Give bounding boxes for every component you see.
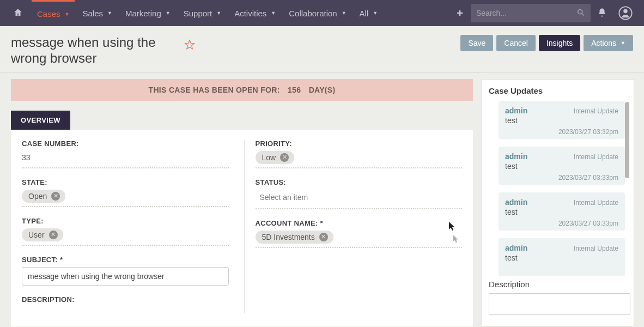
clear-icon[interactable]: ✕ (51, 192, 60, 201)
clear-icon[interactable]: ✕ (280, 153, 289, 162)
chevron-down-icon: ▼ (373, 10, 378, 16)
subject-label: SUBJECT: * (22, 256, 229, 264)
page-title: message when using the wrong browser (11, 35, 174, 66)
scrollbar-thumb[interactable] (625, 102, 629, 178)
favorite-star-icon[interactable] (184, 39, 195, 52)
svg-point-3 (623, 9, 627, 13)
nav-cases[interactable]: Cases▼ (32, 0, 75, 26)
description-label: DESCRIPTION: (22, 295, 229, 304)
svg-line-1 (582, 14, 584, 15)
chevron-down-icon: ▼ (342, 10, 347, 16)
overview-panel: CASE NUMBER: 33 STATE: Open✕ TYPE: User✕ (11, 130, 473, 326)
account-label: ACCOUNT NAME: * (256, 219, 463, 227)
open-duration-banner: THIS CASE HAS BEEN OPEN FOR: 156 DAY(S) (11, 79, 473, 101)
cursor-icon (452, 234, 459, 245)
create-icon[interactable]: + (451, 7, 469, 20)
update-body: test (505, 162, 618, 171)
chevron-down-icon: ▼ (271, 10, 276, 16)
nav-support[interactable]: Support▼ (178, 0, 227, 26)
update-kind: Internal Update (574, 199, 618, 207)
search-input[interactable] (476, 9, 576, 17)
update-card[interactable]: adminInternal Update test 2023/03/27 03:… (499, 147, 625, 185)
status-select[interactable]: Select an item (256, 190, 463, 205)
update-time: 2023/03/27 03:33pm (558, 220, 618, 227)
priority-tag[interactable]: Low✕ (256, 151, 295, 164)
update-card[interactable]: adminInternal Update test 2023/03/27 03:… (499, 101, 625, 139)
update-card[interactable]: adminInternal Update test 2023/03/27 03:… (499, 192, 625, 231)
update-user: admin (505, 198, 527, 207)
case-updates-title: Case Updates (489, 86, 630, 95)
insights-button[interactable]: Insights (539, 35, 580, 51)
case-number-value: 33 (22, 151, 229, 164)
update-time: 2023/03/27 03:32pm (558, 128, 618, 136)
account-tag[interactable]: 5D Investments✕ (256, 231, 333, 244)
search-wrap (471, 4, 591, 22)
update-user: admin (505, 152, 527, 161)
tab-overview[interactable]: OVERVIEW (11, 111, 70, 130)
state-tag[interactable]: Open✕ (22, 190, 65, 203)
chevron-down-icon: ▼ (107, 10, 112, 16)
nav-activities[interactable]: Activities▼ (229, 0, 281, 26)
save-button[interactable]: Save (460, 35, 493, 51)
update-user: admin (505, 106, 527, 115)
update-kind: Internal Update (574, 153, 618, 161)
chevron-down-icon: ▼ (216, 10, 221, 16)
home-icon[interactable] (7, 8, 29, 19)
actions-button[interactable]: Actions▼ (584, 35, 633, 51)
chevron-down-icon: ▼ (65, 11, 70, 17)
search-icon[interactable] (576, 8, 585, 19)
nav-all[interactable]: All▼ (354, 0, 384, 26)
update-card[interactable]: adminInternal Update test (499, 238, 625, 276)
update-user: admin (505, 244, 527, 252)
chevron-down-icon: ▼ (621, 40, 625, 46)
case-updates-panel: Case Updates adminInternal Update test 2… (482, 79, 634, 326)
clear-icon[interactable]: ✕ (319, 233, 328, 241)
top-nav: Cases▼ Sales▼ Marketing▼ Support▼ Activi… (0, 0, 644, 26)
side-description-label: Description (489, 280, 630, 289)
clear-icon[interactable]: ✕ (49, 231, 58, 239)
update-time: 2023/03/27 03:33pm (558, 174, 618, 181)
status-label: STATUS: (256, 178, 463, 186)
update-body: test (505, 208, 618, 216)
cursor-icon (448, 221, 455, 233)
update-kind: Internal Update (574, 107, 618, 115)
nav-collaboration[interactable]: Collaboration▼ (283, 0, 351, 26)
case-number-label: CASE NUMBER: (22, 140, 229, 148)
update-body: test (505, 116, 618, 125)
nav-marketing[interactable]: Marketing▼ (120, 0, 176, 26)
state-label: STATE: (22, 178, 229, 186)
nav-sales[interactable]: Sales▼ (77, 0, 117, 26)
svg-marker-4 (185, 40, 195, 49)
priority-label: PRIORITY: (256, 140, 463, 148)
subject-input[interactable] (22, 267, 229, 286)
update-body: test (505, 253, 618, 262)
page-header: message when using the wrong browser Sav… (0, 26, 644, 72)
type-label: TYPE: (22, 217, 229, 225)
side-description-input[interactable] (489, 293, 630, 315)
chevron-down-icon: ▼ (166, 10, 171, 16)
cancel-button[interactable]: Cancel (496, 35, 536, 51)
update-kind: Internal Update (574, 245, 618, 252)
type-tag[interactable]: User✕ (22, 228, 63, 241)
notifications-icon[interactable] (593, 8, 611, 19)
svg-point-0 (578, 9, 582, 14)
updates-list: adminInternal Update test 2023/03/27 03:… (489, 101, 630, 276)
user-avatar-icon[interactable] (613, 5, 637, 21)
